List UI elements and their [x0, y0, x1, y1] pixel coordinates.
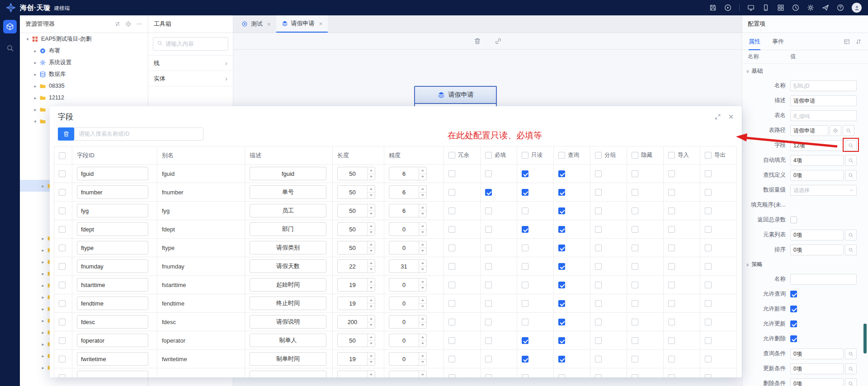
tree-item[interactable]: ▸数据库	[20, 68, 148, 80]
required-checkbox[interactable]	[485, 189, 492, 196]
query-checkbox[interactable]	[558, 245, 565, 251]
decrement-icon[interactable]	[368, 248, 375, 254]
row-checkbox[interactable]	[59, 170, 66, 177]
required-checkbox[interactable]	[485, 300, 492, 307]
search-button[interactable]	[845, 378, 857, 386]
import-checkbox[interactable]	[668, 356, 675, 362]
hidden-checkbox[interactable]	[632, 337, 638, 344]
search-button[interactable]	[845, 230, 857, 240]
query-checkbox[interactable]	[558, 207, 565, 214]
field-id-input[interactable]	[77, 204, 148, 217]
chevron-right-icon[interactable]: ▸	[40, 342, 46, 347]
increment-icon[interactable]	[368, 204, 375, 211]
tab-active[interactable]: 请假申请×	[276, 15, 328, 33]
play-icon[interactable]	[724, 4, 731, 11]
query-checkbox[interactable]	[558, 263, 565, 270]
redundant-checkbox[interactable]	[448, 282, 455, 288]
decrement-icon[interactable]	[368, 230, 375, 236]
increment-icon[interactable]	[368, 353, 375, 359]
group-checkbox[interactable]	[595, 300, 602, 307]
increment-icon[interactable]	[368, 371, 375, 377]
entity-node-header[interactable]: 请假申请	[414, 86, 497, 104]
required-all-checkbox[interactable]	[485, 152, 492, 159]
locate-icon[interactable]	[125, 21, 132, 27]
chevron-right-icon[interactable]: ▸	[32, 107, 38, 112]
length-stepper[interactable]: 50	[337, 241, 375, 254]
query-all-checkbox[interactable]	[558, 152, 565, 159]
avatar-icon[interactable]	[852, 3, 862, 13]
decrement-icon[interactable]	[368, 174, 375, 180]
import-all-checkbox[interactable]	[668, 152, 675, 159]
chevron-right-icon[interactable]: ▸	[40, 353, 46, 358]
required-checkbox[interactable]	[485, 356, 492, 362]
row-checkbox[interactable]	[59, 245, 66, 251]
chevron-right-icon[interactable]: ▸	[40, 271, 46, 276]
precision-stepper[interactable]: 6	[389, 204, 427, 217]
tree-item[interactable]: ▸布署	[20, 45, 148, 56]
chevron-right-icon[interactable]: ▸	[40, 318, 46, 323]
rail-model-icon[interactable]	[3, 20, 17, 33]
redundant-checkbox[interactable]	[448, 245, 455, 251]
chevron-right-icon[interactable]: ▸	[40, 236, 46, 241]
query-checkbox[interactable]	[558, 300, 565, 307]
readonly-checkbox[interactable]	[522, 356, 528, 362]
field-desc-input[interactable]	[250, 241, 326, 254]
row-checkbox[interactable]	[59, 319, 66, 325]
export-checkbox[interactable]	[705, 337, 712, 344]
length-stepper[interactable]: 50	[337, 334, 375, 347]
import-checkbox[interactable]	[668, 337, 675, 344]
field-desc-input[interactable]	[250, 334, 326, 347]
hidden-checkbox[interactable]	[632, 374, 638, 377]
search-button[interactable]	[845, 245, 857, 255]
query-checkbox[interactable]	[558, 337, 565, 344]
decrement-icon[interactable]	[368, 304, 375, 310]
increment-icon[interactable]	[419, 241, 426, 248]
toolbox-item[interactable]: 实体›	[148, 71, 233, 86]
hidden-checkbox[interactable]	[632, 189, 638, 196]
increment-icon[interactable]	[368, 297, 375, 304]
increment-icon[interactable]	[419, 167, 426, 174]
import-checkbox[interactable]	[668, 207, 675, 214]
prop-input[interactable]: 0项	[790, 378, 844, 386]
length-stepper[interactable]: 22	[337, 259, 375, 273]
save-icon[interactable]	[709, 4, 717, 11]
redundant-checkbox[interactable]	[448, 337, 455, 344]
chevron-right-icon[interactable]: ▸	[40, 306, 46, 311]
chevron-down-icon[interactable]: ▾	[24, 37, 31, 42]
prop-input[interactable]: fjJllLjD	[790, 80, 857, 91]
row-checkbox[interactable]	[59, 207, 66, 214]
required-checkbox[interactable]	[485, 282, 492, 288]
decrement-icon[interactable]	[419, 341, 426, 347]
export-checkbox[interactable]	[705, 189, 712, 196]
link-icon[interactable]	[495, 38, 502, 45]
chevron-right-icon[interactable]: ▸	[40, 248, 46, 253]
decrement-icon[interactable]	[368, 359, 375, 366]
inspector-tab-active[interactable]: 属性	[749, 33, 760, 50]
export-checkbox[interactable]	[705, 170, 712, 177]
group-checkbox[interactable]	[595, 170, 602, 177]
field-id-input[interactable]	[77, 167, 148, 180]
delete-button[interactable]	[58, 127, 74, 141]
redundant-checkbox[interactable]	[448, 263, 455, 270]
field-desc-input[interactable]	[250, 185, 326, 199]
length-stepper[interactable]: 50	[337, 204, 375, 217]
row-checkbox[interactable]	[59, 282, 66, 288]
swap-icon[interactable]	[114, 21, 121, 27]
search-button[interactable]	[845, 170, 857, 181]
field-id-input[interactable]	[77, 241, 148, 254]
readonly-checkbox[interactable]	[522, 319, 528, 325]
field-desc-input[interactable]	[250, 297, 326, 310]
readonly-checkbox[interactable]	[522, 263, 528, 270]
decrement-icon[interactable]	[368, 285, 375, 292]
apps-icon[interactable]	[777, 4, 784, 11]
search-button[interactable]	[845, 140, 857, 151]
decrement-icon[interactable]	[419, 211, 426, 217]
import-checkbox[interactable]	[668, 245, 675, 251]
row-checkbox[interactable]	[59, 263, 66, 270]
readonly-checkbox[interactable]	[522, 282, 528, 288]
increment-icon[interactable]	[419, 297, 426, 304]
hidden-checkbox[interactable]	[632, 282, 638, 288]
scrollbar-thumb[interactable]	[863, 324, 867, 353]
redundant-checkbox[interactable]	[448, 319, 455, 325]
search-button[interactable]	[843, 125, 854, 136]
